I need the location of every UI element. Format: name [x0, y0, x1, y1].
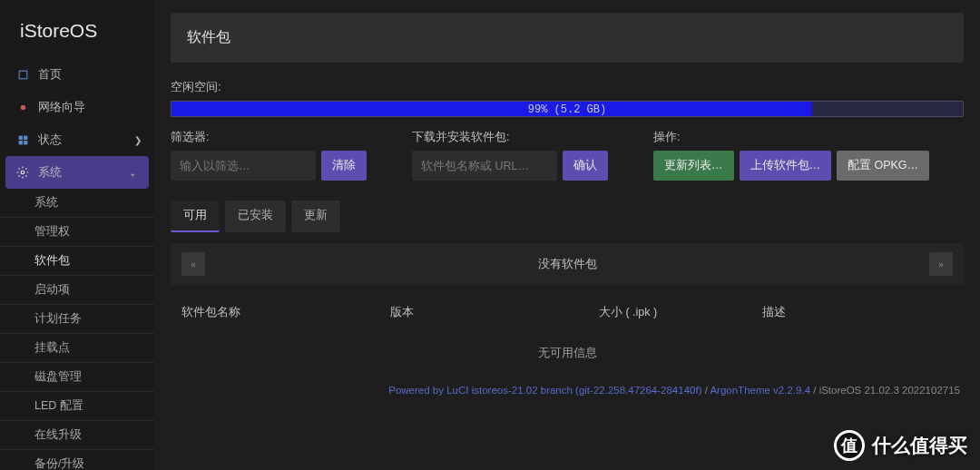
- footer-sep2: /: [810, 385, 819, 396]
- svg-rect-2: [18, 135, 22, 139]
- subnav-upgrade[interactable]: 在线升级: [0, 421, 154, 450]
- download-input[interactable]: [412, 151, 557, 181]
- upload-pkg-button[interactable]: 上传软件包…: [740, 151, 832, 181]
- sidebar: iStoreOS 首页 网络向导 状态 ❯ 系统 ⌄ 系统 管理权 软件包 启动…: [0, 0, 154, 470]
- download-label: 下载并安装软件包:: [412, 130, 608, 145]
- actions-label: 操作:: [653, 130, 929, 145]
- svg-rect-3: [24, 135, 27, 139]
- grid-icon: [16, 133, 29, 146]
- nav-wizard-label: 网络向导: [38, 99, 85, 115]
- nav-system-label: 系统: [38, 164, 62, 181]
- filter-input[interactable]: [171, 151, 316, 181]
- package-tabs: 可用 已安装 更新: [171, 201, 964, 232]
- ok-button[interactable]: 确认: [563, 151, 608, 181]
- tab-updates[interactable]: 更新: [291, 201, 340, 232]
- pager-next-button[interactable]: »: [929, 252, 953, 276]
- nav-status[interactable]: 状态 ❯: [0, 123, 154, 156]
- clear-button[interactable]: 清除: [321, 151, 367, 181]
- config-opkg-button[interactable]: 配置 OPKG…: [837, 151, 929, 181]
- svg-rect-5: [24, 141, 27, 144]
- main-content: 软件包 空闲空间: 99% (5.2 GB) 筛选器: 清除 下载并安装软件包:…: [154, 0, 980, 470]
- nav-status-label: 状态: [38, 132, 62, 148]
- subnav-cron[interactable]: 计划任务: [0, 305, 154, 334]
- watermark-text: 什么值得买: [872, 433, 967, 458]
- free-space-label: 空闲空间:: [171, 79, 964, 95]
- table-empty: 无可用信息: [171, 333, 964, 374]
- svg-point-1: [20, 104, 24, 109]
- svg-point-6: [21, 171, 24, 174]
- update-lists-button[interactable]: 更新列表…: [653, 151, 734, 181]
- table-header: 软件包名称 版本 大小 ( .ipk ) 描述: [171, 292, 964, 333]
- nav-home-label: 首页: [38, 66, 62, 83]
- subnav-admin[interactable]: 管理权: [0, 218, 154, 247]
- subnav-system[interactable]: 系统: [0, 189, 154, 218]
- gear-icon: [16, 166, 29, 179]
- filter-label: 筛选器:: [171, 130, 367, 145]
- footer-version: iStoreOS 21.02.3 2022102715: [819, 385, 960, 396]
- nav-home[interactable]: 首页: [0, 58, 154, 91]
- nav-system[interactable]: 系统 ⌄: [5, 156, 149, 189]
- chevron-right-icon: ❯: [134, 135, 142, 145]
- subnav-mounts[interactable]: 挂载点: [0, 334, 154, 363]
- svg-rect-0: [19, 71, 27, 79]
- subnav-disk[interactable]: 磁盘管理: [0, 363, 154, 392]
- col-size: 大小 ( .ipk ): [599, 305, 762, 320]
- footer: Powered by LuCI istoreos-21.02 branch (g…: [171, 374, 964, 396]
- subnav-backup[interactable]: 备份/升级: [0, 450, 154, 470]
- subnav-software[interactable]: 软件包: [0, 247, 154, 276]
- watermark-badge-icon: 值: [834, 430, 865, 461]
- col-version: 版本: [390, 305, 599, 320]
- tab-installed[interactable]: 已安装: [225, 201, 286, 232]
- pager-row: « 没有软件包 »: [171, 243, 964, 285]
- free-space-bar: 99% (5.2 GB): [171, 101, 964, 117]
- brand-title: iStoreOS: [0, 0, 154, 58]
- subnav-startup[interactable]: 启动项: [0, 276, 154, 305]
- nav-wizard[interactable]: 网络向导: [0, 91, 154, 123]
- page-title: 软件包: [171, 13, 964, 63]
- svg-rect-4: [18, 141, 22, 144]
- progress-text: 99% (5.2 GB): [172, 102, 963, 118]
- wizard-icon: [16, 101, 29, 113]
- home-icon: [16, 68, 29, 81]
- watermark: 值 什么值得买: [834, 430, 967, 461]
- chevron-down-icon: ⌄: [129, 168, 136, 178]
- footer-luci-link[interactable]: Powered by LuCI istoreos-21.02 branch (g…: [388, 385, 701, 396]
- pager-message: 没有软件包: [205, 256, 929, 272]
- subnav-led[interactable]: LED 配置: [0, 392, 154, 421]
- col-name: 软件包名称: [181, 305, 390, 320]
- col-desc: 描述: [762, 305, 953, 320]
- tab-available[interactable]: 可用: [171, 201, 220, 232]
- footer-theme-link[interactable]: ArgonTheme v2.2.9.4: [710, 385, 810, 396]
- pager-prev-button[interactable]: «: [181, 252, 205, 276]
- system-submenu: 系统 管理权 软件包 启动项 计划任务 挂载点 磁盘管理 LED 配置 在线升级…: [0, 189, 154, 470]
